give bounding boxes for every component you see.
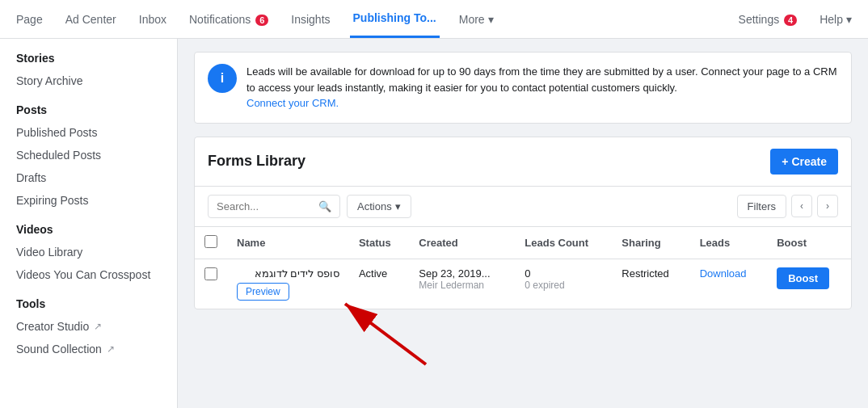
leads-expired: 0 expired [525,280,602,291]
preview-button[interactable]: Preview [237,283,289,301]
chevron-down-icon: ▾ [488,13,494,26]
toolbar-left: 🔍 Actions ▾ [208,195,411,218]
info-banner-text: Leads will be available for download for… [246,65,837,94]
search-input[interactable] [217,200,314,212]
row-checkbox[interactable] [204,267,217,280]
actions-button[interactable]: Actions ▾ [347,195,411,218]
external-link-icon: ↗ [94,321,102,332]
th-created: Created [409,227,515,259]
table-body: סופס לידים לדוגמא Preview Active Sep 23,… [195,259,851,309]
th-checkbox [195,227,227,259]
boost-button[interactable]: Boost [777,267,829,289]
row-checkbox-cell [195,259,227,309]
info-icon: i [208,64,237,93]
row-created-cell: Sep 23, 2019... Meir Lederman [409,259,515,309]
toolbar-right: Filters ‹ › [737,195,838,218]
forms-library-header: Forms Library + Create [195,137,851,187]
settings-badge: 4 [784,15,797,26]
nav-item-settings[interactable]: Settings 4 [735,2,801,37]
form-name: סופס לידים לדוגמא [237,267,339,280]
sidebar-item-video-library[interactable]: Video Library [10,241,167,263]
main-layout: Stories Story Archive Posts Published Po… [0,39,868,408]
forms-table: Name Status Created Leads Count Sharing … [195,227,851,309]
chevron-down-icon: ▾ [846,13,852,26]
content-area: i Leads will be available for download f… [178,39,868,408]
info-banner: i Leads will be available for download f… [194,52,852,124]
forms-toolbar: 🔍 Actions ▾ Filters ‹ › [195,187,851,227]
sidebar-section-posts: Posts [10,103,167,116]
svg-line-1 [345,304,426,364]
th-name: Name [227,227,349,259]
crm-link[interactable]: Connect your CRM. [246,97,339,109]
next-page-button[interactable]: › [817,195,838,217]
row-boost-cell: Boost [767,259,851,309]
table-header: Name Status Created Leads Count Sharing … [195,227,851,259]
sidebar-item-drafts[interactable]: Drafts [10,166,167,189]
sidebar-section-videos: Videos [10,223,167,236]
leads-count-value: 0 [525,267,602,280]
forms-library-card: Forms Library + Create 🔍 Actions ▾ Filt [194,137,852,309]
th-leads: Leads [690,227,768,259]
prev-page-button[interactable]: ‹ [791,195,812,217]
sidebar-section-tools: Tools [10,297,167,310]
status-value: Active [359,267,387,280]
sidebar-item-scheduled-posts[interactable]: Scheduled Posts [10,144,167,166]
row-leads-count-cell: 0 0 expired [515,259,612,309]
nav-right: Settings 4 Help ▾ [735,2,855,37]
nav-item-help[interactable]: Help ▾ [816,2,855,37]
nav-item-page[interactable]: Page [13,2,46,37]
sidebar: Stories Story Archive Posts Published Po… [0,39,178,408]
table-container: Name Status Created Leads Count Sharing … [195,227,851,309]
search-icon: 🔍 [318,200,331,212]
sharing-value: Restricted [622,267,669,280]
row-leads-action-cell: Download [690,259,768,309]
nav-left: Page Ad Center Inbox Notifications 6 Ins… [13,0,497,38]
th-boost: Boost [767,227,851,259]
th-leads-count: Leads Count [515,227,612,259]
create-button[interactable]: + Create [770,149,838,175]
nav-item-adcenter[interactable]: Ad Center [62,2,120,37]
nav-item-publishing[interactable]: Publishing To... [350,0,440,38]
row-name-cell: סופס לידים לדוגמא Preview [227,259,349,309]
select-all-checkbox[interactable] [204,235,217,248]
nav-item-more[interactable]: More ▾ [456,2,497,37]
nav-item-insights[interactable]: Insights [288,2,333,37]
external-link-icon: ↗ [107,343,115,355]
created-author: Meir Lederman [419,280,505,291]
download-link[interactable]: Download [700,267,747,280]
row-sharing-cell: Restricted [612,259,689,309]
chevron-down-icon: ▾ [395,200,401,212]
table-row: סופס לידים לדוגמא Preview Active Sep 23,… [195,259,851,309]
created-date: Sep 23, 2019... [419,267,505,280]
forms-library-title: Forms Library [208,153,305,170]
sidebar-section-stories: Stories [10,52,167,65]
sidebar-item-creator-studio[interactable]: Creator Studio ↗ [10,315,167,338]
sidebar-item-expiring-posts[interactable]: Expiring Posts [10,189,167,212]
row-status-cell: Active [349,259,409,309]
search-wrap: 🔍 [208,195,340,218]
nav-item-notifications[interactable]: Notifications 6 [186,2,272,37]
th-sharing: Sharing [612,227,689,259]
sidebar-item-story-archive[interactable]: Story Archive [10,69,167,92]
notifications-badge: 6 [255,15,268,26]
sidebar-item-published-posts[interactable]: Published Posts [10,121,167,144]
nav-item-inbox[interactable]: Inbox [136,2,170,37]
th-status: Status [349,227,409,259]
sidebar-item-sound-collection[interactable]: Sound Collection ↗ [10,338,167,360]
top-navigation: Page Ad Center Inbox Notifications 6 Ins… [0,0,868,39]
sidebar-item-crosspost[interactable]: Videos You Can Crosspost [10,263,167,286]
filters-button[interactable]: Filters [737,195,786,218]
